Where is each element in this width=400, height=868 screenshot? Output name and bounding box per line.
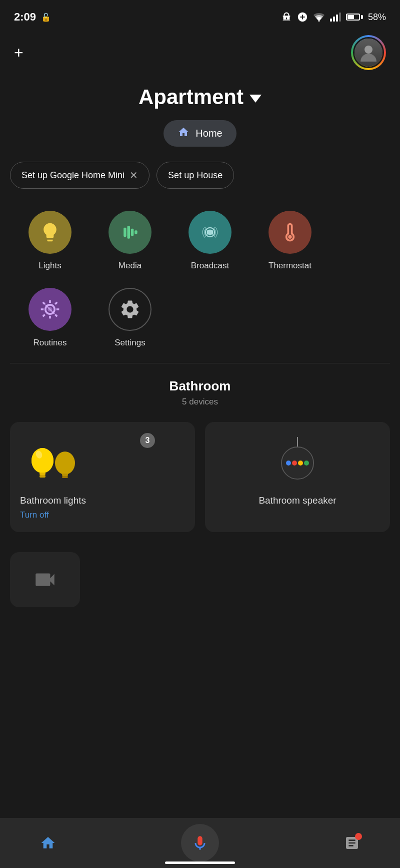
broadcast-circle <box>188 211 232 254</box>
bathroom-lights-card[interactable]: 3 Bathroom lights Turn off <box>10 422 195 532</box>
category-grid: Lights Media <box>0 204 400 358</box>
bathroom-lights-icon <box>20 437 80 487</box>
home-tab-label: Home <box>196 128 222 139</box>
speaker-icon-area <box>215 437 380 487</box>
room-title: Bathroom <box>10 378 390 394</box>
svg-point-34 <box>298 461 303 466</box>
add-device-button[interactable]: + <box>14 45 24 61</box>
top-bar: + <box>0 30 400 75</box>
bathroom-speaker-name: Bathroom speaker <box>215 495 380 506</box>
lock-icon: 🔓 <box>41 13 51 22</box>
bathroom-section: Bathroom 5 devices <box>0 378 400 532</box>
settings-circle <box>108 288 152 331</box>
add-circle-icon <box>297 12 308 23</box>
svg-line-16 <box>55 302 57 304</box>
lights-label: Lights <box>38 261 61 271</box>
mic-fab-button[interactable] <box>181 824 219 862</box>
bottom-peek-section <box>0 542 400 607</box>
category-row-2: Routines Settings <box>10 281 390 358</box>
category-lights[interactable]: Lights <box>10 204 90 281</box>
lights-icon-area: 3 <box>20 437 185 487</box>
svg-rect-26 <box>61 471 69 474</box>
chip-close-mini[interactable]: ✕ <box>130 169 138 181</box>
dropdown-arrow-icon <box>250 95 262 103</box>
svg-rect-3 <box>128 226 130 239</box>
bottom-activity-button[interactable] <box>344 835 360 851</box>
bathroom-speaker-card[interactable]: Bathroom speaker <box>205 422 390 532</box>
bathroom-speaker-icon <box>268 437 328 487</box>
category-row-1: Lights Media <box>10 204 390 281</box>
setup-chip-house[interactable]: Set up House <box>156 162 234 189</box>
signal-bars <box>330 13 341 22</box>
status-bar: 2:09 🔓 58% <box>0 0 400 30</box>
svg-point-33 <box>292 461 297 466</box>
home-name-text: Apartment <box>138 85 244 109</box>
home-indicator <box>165 861 235 864</box>
category-broadcast[interactable]: Broadcast <box>170 204 250 281</box>
category-settings[interactable]: Settings <box>90 281 170 358</box>
home-pill-icon <box>178 126 190 141</box>
routines-label: Routines <box>33 338 66 348</box>
svg-point-32 <box>286 461 291 466</box>
svg-line-14 <box>55 314 57 316</box>
bathroom-lights-action[interactable]: Turn off <box>20 510 49 520</box>
svg-rect-4 <box>131 229 134 236</box>
svg-rect-27 <box>62 474 68 476</box>
svg-rect-5 <box>134 230 138 234</box>
setup-chip-mini[interactable]: Set up Google Home Mini ✕ <box>10 162 150 189</box>
wifi-icon <box>313 13 325 22</box>
chip-label-mini: Set up Google Home Mini <box>22 170 124 181</box>
home-title-section: Apartment Home <box>0 75 400 162</box>
user-avatar[interactable] <box>351 35 386 70</box>
svg-line-15 <box>43 314 45 316</box>
home-name[interactable]: Apartment <box>138 85 262 109</box>
room-device-count: 5 devices <box>10 397 390 407</box>
svg-rect-28 <box>62 476 68 478</box>
settings-label: Settings <box>114 338 145 348</box>
device-row: 3 Bathroom lights Turn off <box>10 422 390 532</box>
svg-point-20 <box>32 448 54 473</box>
category-routines[interactable]: Routines <box>10 281 90 358</box>
svg-rect-23 <box>40 475 46 478</box>
lights-circle <box>28 211 72 254</box>
media-label: Media <box>118 261 142 271</box>
media-circle <box>108 211 152 254</box>
chip-label-house: Set up House <box>168 170 222 181</box>
svg-point-1 <box>364 46 372 54</box>
category-thermostat[interactable]: Thermostat <box>250 204 330 281</box>
category-media[interactable]: Media <box>90 204 170 281</box>
setup-chips-row: Set up Google Home Mini ✕ Set up House <box>0 162 400 189</box>
battery-percent: 58% <box>368 12 386 23</box>
svg-rect-21 <box>38 470 46 473</box>
broadcast-label: Broadcast <box>191 261 230 271</box>
bottom-home-button[interactable] <box>40 835 56 851</box>
section-divider <box>10 363 390 363</box>
alarm-icon <box>281 12 292 23</box>
svg-rect-2 <box>124 228 126 237</box>
notification-dot <box>355 833 362 840</box>
svg-point-35 <box>304 461 309 466</box>
battery-indicator <box>346 14 363 21</box>
home-tab-pill[interactable]: Home <box>164 120 236 147</box>
routines-circle <box>28 288 72 331</box>
lights-badge: 3 <box>140 433 155 448</box>
svg-rect-22 <box>40 473 46 475</box>
status-right: 58% <box>281 12 386 23</box>
time-display: 2:09 <box>14 11 36 24</box>
bathroom-lights-name: Bathroom lights <box>20 495 86 506</box>
thermostat-label: Thermostat <box>268 261 312 271</box>
svg-line-13 <box>43 302 45 304</box>
thermostat-circle <box>268 211 312 254</box>
svg-point-7 <box>288 235 292 239</box>
camera-card-peek <box>10 552 80 607</box>
status-time: 2:09 🔓 <box>14 11 51 24</box>
